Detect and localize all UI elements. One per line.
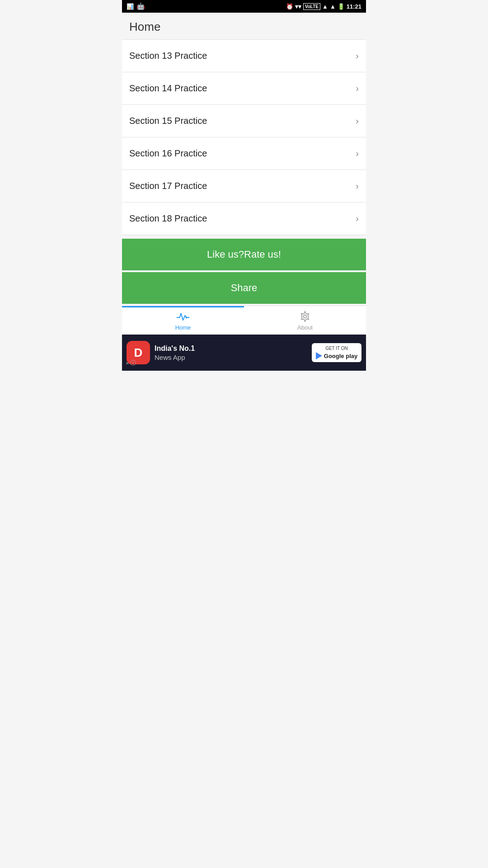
ad-google-play[interactable]: GET IT ON Google play: [312, 343, 361, 362]
list-item-label: Section 15 Practice: [129, 116, 207, 126]
chevron-right-icon: ›: [356, 83, 359, 94]
chevron-right-icon: ›: [356, 148, 359, 159]
list-item[interactable]: Section 13 Practice ›: [122, 40, 366, 72]
ad-title: India's No.1: [155, 344, 307, 354]
nav-item-home[interactable]: Home: [122, 306, 244, 335]
gear-icon: [298, 311, 312, 322]
nav-active-indicator: [122, 306, 244, 307]
bar-chart-icon: 📊: [127, 3, 134, 10]
battery-icon: 🔋: [338, 3, 345, 10]
share-button[interactable]: Share: [122, 272, 366, 304]
ad-get-it-on-label: GET IT ON: [325, 346, 348, 351]
play-triangle-icon: [316, 352, 322, 359]
ad-gplay-bottom: Google play: [316, 352, 357, 359]
page-title: Home: [129, 20, 359, 34]
status-bar: 📊 🤖 ⏰ ▾▾ VoLTE ▲ ▲ 🔋 11:21: [122, 0, 366, 13]
svg-point-1: [304, 315, 307, 318]
ad-text-block: India's No.1 News App: [155, 344, 307, 361]
signal2-icon: ▲: [330, 3, 336, 10]
chevron-right-icon: ›: [356, 213, 359, 224]
ad-logo-text: D: [134, 346, 143, 360]
list-item-label: Section 13 Practice: [129, 51, 207, 61]
info-icon: ⓘ: [130, 359, 136, 367]
ad-subtitle: News App: [155, 354, 307, 361]
chevron-right-icon: ›: [356, 116, 359, 126]
nav-about-label: About: [297, 324, 313, 331]
bottom-navigation: Home About: [122, 306, 366, 335]
wifi-icon: ▾▾: [295, 3, 301, 10]
close-icon: ×: [126, 360, 129, 367]
list-item-label: Section 16 Practice: [129, 148, 207, 159]
list-item[interactable]: Section 14 Practice ›: [122, 72, 366, 105]
sections-list: Section 13 Practice › Section 14 Practic…: [122, 40, 366, 235]
status-left-icons: 📊 🤖: [127, 2, 145, 10]
signal1-icon: ▲: [322, 3, 328, 10]
activity-icon: [176, 311, 190, 322]
chevron-right-icon: ›: [356, 181, 359, 191]
list-item[interactable]: Section 18 Practice ›: [122, 203, 366, 235]
list-item-label: Section 14 Practice: [129, 83, 207, 94]
android-icon: 🤖: [136, 2, 145, 10]
list-item[interactable]: Section 17 Practice ›: [122, 170, 366, 203]
nav-item-about[interactable]: About: [244, 306, 366, 335]
ad-close-button[interactable]: × ⓘ: [126, 359, 136, 367]
alarm-icon: ⏰: [286, 3, 293, 10]
chevron-right-icon: ›: [356, 51, 359, 61]
volte-badge: VoLTE: [303, 3, 320, 10]
svg-point-0: [186, 316, 188, 318]
list-item-label: Section 18 Practice: [129, 213, 207, 224]
ad-google-play-label: Google play: [324, 353, 357, 359]
app-header: Home: [122, 13, 366, 40]
list-item[interactable]: Section 15 Practice ›: [122, 105, 366, 137]
rate-us-button[interactable]: Like us?Rate us!: [122, 239, 366, 270]
ad-banner[interactable]: D India's No.1 News App GET IT ON Google…: [122, 335, 366, 371]
list-item-label: Section 17 Practice: [129, 181, 207, 191]
status-right-icons: ⏰ ▾▾ VoLTE ▲ ▲ 🔋 11:21: [286, 3, 361, 10]
nav-home-label: Home: [175, 324, 191, 331]
time-display: 11:21: [347, 3, 361, 10]
list-item[interactable]: Section 16 Practice ›: [122, 137, 366, 170]
